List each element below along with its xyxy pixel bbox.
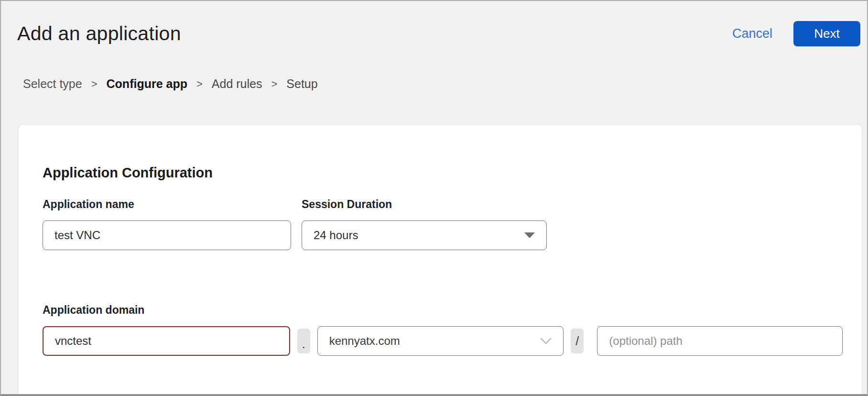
application-name-label: Application name [43,198,291,211]
breadcrumb-separator: > [196,78,203,90]
domain-select[interactable]: kennyatx.com [317,326,564,356]
application-domain-row: . kennyatx.com / [43,326,843,356]
application-name-field: Application name [43,198,291,250]
breadcrumb-step-configure-app[interactable]: Configure app [107,77,187,91]
breadcrumb-step-select-type[interactable]: Select type [23,77,82,91]
header-actions: Cancel Next [732,21,860,46]
chevron-down-icon [540,338,552,344]
slash-separator-text: / [575,334,579,348]
add-application-page: Add an application Cancel Next Select ty… [0,0,868,396]
application-domain-label: Application domain [43,304,843,317]
cancel-button[interactable]: Cancel [732,26,772,41]
name-session-row: Application name Session Duration 24 hou… [43,198,843,250]
breadcrumb-step-add-rules[interactable]: Add rules [212,77,262,91]
path-input[interactable] [597,326,843,356]
subdomain-input[interactable] [43,326,290,356]
breadcrumb-separator: > [271,78,277,90]
wizard-breadcrumb: Select type > Configure app > Add rules … [23,77,867,91]
domain-select-value: kennyatx.com [329,334,400,348]
dot-separator-text: . [302,337,305,351]
next-button[interactable]: Next [793,21,860,46]
application-configuration-card: Application Configuration Application na… [18,124,862,396]
page-title: Add an application [17,22,181,45]
dot-separator: . [297,329,310,353]
session-duration-select[interactable]: 24 hours [302,220,547,250]
session-duration-value: 24 hours [314,229,358,242]
session-duration-label: Session Duration [302,198,547,211]
application-domain-field: Application domain . kennyatx.com / [43,304,843,356]
breadcrumb-step-setup[interactable]: Setup [286,77,317,91]
section-title: Application Configuration [43,165,843,181]
slash-separator: / [571,329,584,353]
dropdown-caret-icon [524,232,535,238]
breadcrumb-separator: > [91,78,98,90]
session-duration-field: Session Duration 24 hours [302,198,547,250]
application-name-input[interactable] [43,220,291,250]
page-header: Add an application Cancel Next [1,1,867,46]
